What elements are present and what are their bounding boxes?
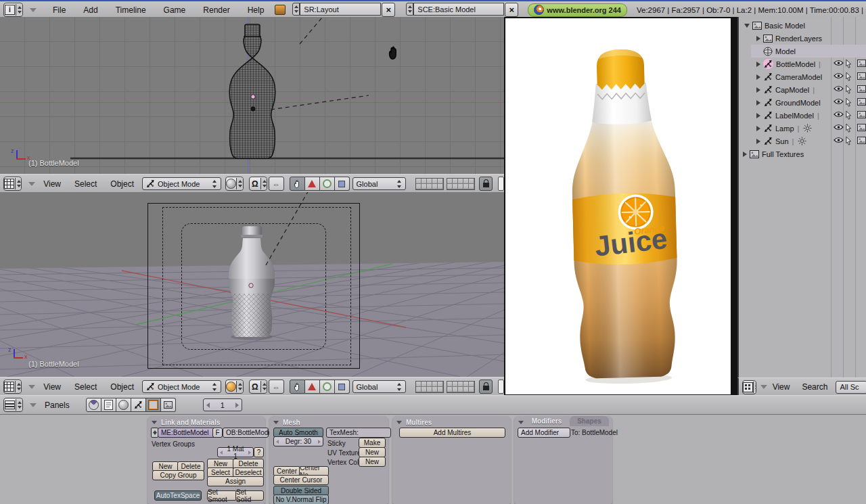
menu-select[interactable]: Select [73, 382, 98, 392]
layers-grid-2[interactable] [447, 178, 475, 190]
frame-increment-icon[interactable] [235, 403, 239, 408]
material-index-field[interactable]: 1 Mat 1 [217, 447, 254, 457]
pivot-stepper[interactable] [260, 178, 267, 189]
select-arrow-icon[interactable] [846, 72, 852, 81]
outliner-row-labelmodel[interactable]: LabelModel | [739, 109, 866, 122]
menu-search[interactable]: Search [800, 382, 829, 392]
outliner-row-full-textures[interactable]: Full Textures [739, 147, 866, 160]
manipulator-translate-button[interactable] [305, 380, 320, 394]
render-icon[interactable] [857, 60, 866, 67]
menu-view[interactable]: View [42, 382, 62, 392]
object-name-field[interactable]: OB:BottleModel [223, 428, 269, 438]
mesh-datablock-field[interactable]: ME:BottleModel [158, 428, 219, 438]
autotexspace-toggle[interactable]: AutoTexSpace [154, 490, 202, 501]
menu-timeline[interactable]: Timeline [114, 5, 147, 15]
no-vnormal-flip-toggle[interactable]: No V.Normal Flip [273, 495, 329, 504]
layers-grid-1[interactable] [415, 178, 444, 190]
eye-icon[interactable] [834, 124, 844, 131]
proportional-edit-button[interactable]: ⇔ [269, 380, 284, 394]
expand-icon[interactable] [756, 36, 760, 41]
expand-icon[interactable] [756, 100, 760, 106]
editor-type-button-info[interactable]: i [3, 3, 23, 17]
fake-user-button[interactable]: F [212, 428, 223, 438]
expand-icon[interactable] [756, 126, 760, 131]
layers-grid-1[interactable] [415, 381, 444, 393]
manipulator-rotate-button[interactable] [320, 177, 335, 191]
outliner-scope-dropdown[interactable]: All Sc [836, 381, 866, 394]
panel-collapse-icon[interactable] [273, 421, 279, 424]
scene-close-button[interactable]: × [505, 3, 518, 17]
panel-collapse-icon[interactable] [152, 421, 157, 424]
set-solid-button[interactable]: Set Solid [235, 490, 264, 501]
select-arrow-icon[interactable] [846, 85, 852, 94]
copy-group-button[interactable]: Copy Group [152, 470, 204, 480]
mode-dropdown[interactable]: Object Mode [142, 177, 221, 190]
sticky-make-button[interactable]: Make [359, 438, 386, 448]
vcol-new-button[interactable]: New [359, 457, 386, 467]
expand-icon[interactable] [756, 74, 760, 80]
material-question-button[interactable]: ? [254, 447, 264, 457]
package-icon[interactable] [275, 5, 286, 15]
uv-new-button[interactable]: New [359, 447, 386, 457]
texmesh-field[interactable]: TexMesh: [326, 428, 391, 438]
blender-org-badge[interactable]: www.blender.org 244 [528, 3, 627, 17]
orientation-dropdown[interactable]: Global [352, 380, 406, 393]
panel-collapse-icon[interactable] [396, 421, 402, 424]
expand-icon[interactable] [756, 62, 760, 67]
frame-number-field[interactable]: 1 [203, 398, 242, 411]
menu-select[interactable]: Select [73, 179, 98, 189]
render-icon[interactable] [857, 111, 866, 118]
header-edge-button[interactable] [498, 380, 504, 394]
menu-object[interactable]: Object [109, 382, 135, 392]
editor-type-stepper[interactable] [753, 382, 756, 393]
draw-type-stepper[interactable] [236, 381, 242, 392]
render-icon[interactable] [857, 137, 866, 144]
outliner-row-model[interactable]: Model [739, 45, 866, 58]
add-modifier-button[interactable]: Add Modifier [518, 428, 570, 438]
pivot-stepper[interactable] [260, 381, 267, 392]
logic-context-button[interactable] [86, 398, 101, 412]
expand-icon[interactable] [756, 87, 760, 93]
layers-grid-2[interactable] [447, 381, 475, 393]
outliner-row-groundmodel[interactable]: GroundModel [739, 96, 866, 109]
outliner-row-basic-model[interactable]: Basic Model [739, 19, 866, 32]
menu-help[interactable]: Help [246, 5, 266, 15]
draw-type-button[interactable] [225, 380, 244, 394]
select-arrow-icon[interactable] [846, 98, 852, 107]
object-context-button[interactable] [131, 398, 146, 412]
render-icon[interactable] [857, 85, 866, 93]
lock-button[interactable] [479, 177, 493, 191]
draw-type-button[interactable] [225, 177, 244, 191]
header-collapse-icon[interactable] [28, 182, 35, 186]
scene-field[interactable]: SCE:Basic Model [413, 3, 504, 16]
menu-add[interactable]: Add [82, 5, 99, 15]
editor-type-stepper[interactable] [16, 4, 22, 16]
frame-decrement-icon[interactable] [206, 403, 210, 408]
outliner-row-bottlemodel[interactable]: BottleModel | [739, 58, 866, 70]
draw-type-stepper[interactable] [236, 178, 242, 189]
eye-icon[interactable] [834, 72, 844, 79]
menu-object[interactable]: Object [109, 179, 135, 189]
eye-icon[interactable] [834, 111, 844, 118]
outliner-row-sun[interactable]: Sun | [739, 135, 866, 147]
menu-view[interactable]: View [771, 382, 792, 392]
scene-stepper[interactable] [406, 3, 413, 16]
outliner-row-cameramodel[interactable]: CameraModel [739, 70, 866, 83]
degr-field[interactable]: Degr: 30 [273, 436, 323, 446]
center-cursor-button[interactable]: Center Cursor [273, 475, 329, 485]
outliner-row-lamp[interactable]: Lamp | [739, 122, 866, 135]
menu-game[interactable]: Game [162, 5, 187, 15]
header-collapse-icon[interactable] [760, 385, 767, 389]
select-arrow-icon[interactable] [846, 124, 852, 133]
viewport-camera[interactable]: zx (1) BottleModel [0, 192, 504, 377]
select-arrow-icon[interactable] [846, 137, 852, 145]
manipulator-rotate-button[interactable] [320, 380, 335, 394]
tab-modifiers[interactable]: Modifiers [525, 416, 568, 426]
expand-icon[interactable] [756, 113, 760, 118]
expand-icon[interactable] [743, 152, 747, 157]
assign-button[interactable]: Assign [207, 476, 264, 486]
pivot-button[interactable]: Ω [249, 380, 267, 394]
eye-icon[interactable] [834, 137, 844, 143]
manipulator-translate-button[interactable] [305, 177, 320, 191]
editor-type-stepper[interactable] [15, 178, 21, 189]
